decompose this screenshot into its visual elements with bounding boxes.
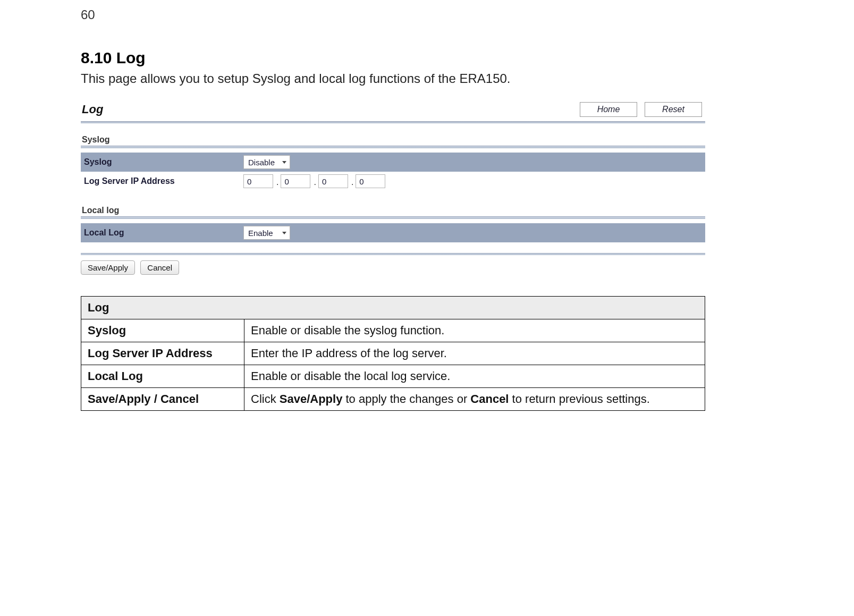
divider	[81, 216, 705, 219]
local-log-label: Local Log	[84, 228, 243, 238]
log-server-ip-label: Log Server IP Address	[84, 176, 243, 186]
section-lead: This page allows you to setup Syslog and…	[81, 71, 705, 86]
syslog-group-title: Syslog	[82, 135, 705, 145]
table-row: Save/Apply / CancelClick Save/Apply to a…	[81, 388, 705, 411]
ip-separator: .	[273, 173, 281, 189]
table-row: Local LogEnable or disable the local log…	[81, 365, 705, 388]
chevron-down-icon	[282, 232, 286, 234]
log-settings-panel: Log Home Reset Syslog Syslog Disable Log…	[81, 100, 705, 275]
local-log-row: Local Log Enable	[81, 223, 705, 242]
local-log-group-title: Local log	[82, 206, 705, 215]
table-key: Syslog	[81, 319, 244, 342]
reset-button[interactable]: Reset	[645, 102, 702, 117]
divider	[81, 253, 705, 255]
chevron-down-icon	[282, 161, 286, 164]
home-button[interactable]: Home	[580, 102, 637, 117]
table-key: Local Log	[81, 365, 244, 388]
ip-separator: .	[310, 173, 318, 189]
syslog-row: Syslog Disable	[81, 153, 705, 172]
table-row: Log Server IP AddressEnter the IP addres…	[81, 342, 705, 365]
table-desc: Enable or disable the syslog function.	[244, 319, 705, 342]
ip-octet-4-input[interactable]: 0	[356, 174, 385, 188]
log-server-ip-row: Log Server IP Address 0 . 0 . 0 . 0	[81, 172, 705, 191]
table-key: Log Server IP Address	[81, 342, 244, 365]
table-row: SyslogEnable or disable the syslog funct…	[81, 319, 705, 342]
syslog-label: Syslog	[84, 157, 243, 167]
divider	[81, 121, 705, 123]
ip-octet-2-input[interactable]: 0	[281, 174, 310, 188]
ip-separator: .	[348, 173, 356, 189]
local-log-select-value: Enable	[248, 229, 273, 238]
syslog-select-value: Disable	[248, 158, 275, 167]
cancel-button[interactable]: Cancel	[140, 260, 179, 275]
syslog-select[interactable]: Disable	[243, 155, 290, 169]
panel-title: Log	[82, 103, 103, 116]
explanation-table: Log SyslogEnable or disable the syslog f…	[81, 296, 705, 411]
ip-octet-1-input[interactable]: 0	[243, 174, 273, 188]
divider	[81, 146, 705, 148]
page-number: 60	[81, 7, 95, 22]
section-title: 8.10 Log	[81, 49, 705, 67]
table-desc: Click Save/Apply to apply the changes or…	[244, 388, 705, 411]
ip-octet-3-input[interactable]: 0	[318, 174, 348, 188]
table-desc: Enable or disable the local log service.	[244, 365, 705, 388]
local-log-select[interactable]: Enable	[243, 226, 290, 240]
table-desc: Enter the IP address of the log server.	[244, 342, 705, 365]
table-key: Save/Apply / Cancel	[81, 388, 244, 411]
table-header: Log	[81, 297, 705, 319]
save-apply-button[interactable]: Save/Apply	[81, 260, 135, 275]
